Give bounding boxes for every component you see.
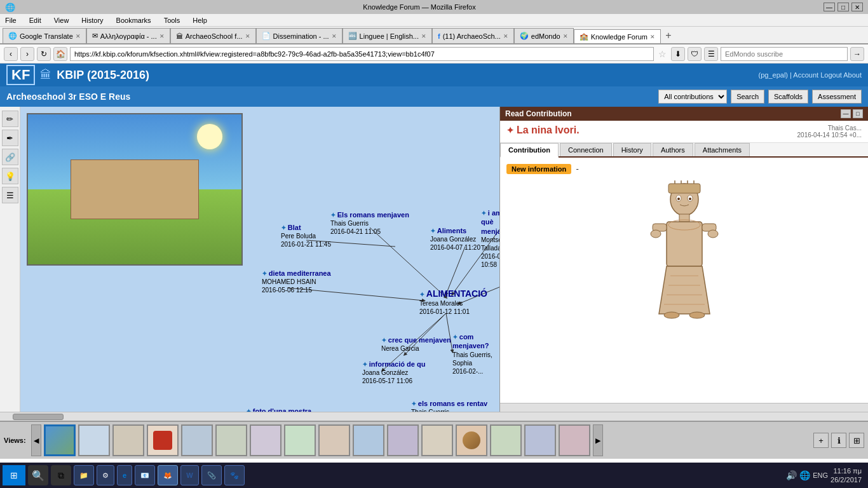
node-blat[interactable]: Blat Pere Boluda 2016-01-21 11:45: [281, 223, 331, 248]
search-button[interactable]: Search: [731, 90, 764, 104]
menu-history[interactable]: History: [79, 15, 105, 25]
menu-tools[interactable]: Tools: [161, 15, 183, 25]
search-input[interactable]: [721, 47, 848, 61]
maximize-button[interactable]: □: [837, 3, 849, 11]
node-crec-que-menjaven[interactable]: crec que menjaven Nerea Garcia: [381, 336, 451, 353]
view-thumb-13[interactable]: [456, 424, 487, 456]
tab-edmondo[interactable]: 🌍 edMondo ✕: [514, 28, 574, 43]
panel-minimize-button[interactable]: —: [841, 109, 851, 118]
shield-button[interactable]: 🛡: [688, 47, 702, 61]
view-thumb-2[interactable]: [78, 424, 110, 456]
node-alimentacio-center[interactable]: ALIMENTACIÓ Teresa Morales 2016-01-12 11…: [419, 288, 487, 316]
taskbar-file-explorer[interactable]: 📁: [74, 465, 94, 485]
forward-button[interactable]: ›: [20, 47, 34, 61]
view-thumb-3[interactable]: [112, 424, 144, 456]
list-tool-button[interactable]: ☰: [2, 187, 18, 203]
panel-expand-button[interactable]: □: [853, 109, 863, 118]
view-thumb-1[interactable]: [44, 424, 76, 456]
download-button[interactable]: ⬇: [671, 47, 685, 61]
node-i-amb-que-menjaven[interactable]: i amb què menjaven? Montse Tallada 2016-…: [481, 208, 499, 269]
home-button[interactable]: 🏠: [53, 47, 67, 61]
contributions-filter[interactable]: All contributions: [658, 90, 727, 104]
tab-close-icon[interactable]: ✕: [76, 33, 81, 39]
views-scroll-right[interactable]: ▶: [593, 424, 603, 456]
taskbar-app2[interactable]: 🐾: [224, 465, 245, 485]
node-els-romans-menjaven[interactable]: Els romans menjaven Thais Guerris 2016-0…: [330, 210, 409, 236]
language-indicator[interactable]: ENG: [813, 471, 828, 479]
scrollbar-thumb[interactable]: [13, 414, 64, 420]
start-button[interactable]: ⊞: [3, 465, 25, 485]
tab-history[interactable]: History: [613, 143, 651, 156]
task-view-icon[interactable]: ⧉: [51, 465, 71, 485]
view-thumb-5[interactable]: [181, 424, 213, 456]
edit-tool-button[interactable]: ✏: [2, 111, 18, 127]
tab-archaeoschool[interactable]: 🏛 ArchaeoSchool f... ✕: [170, 28, 256, 43]
reload-button[interactable]: ↻: [37, 47, 51, 61]
new-tab-button[interactable]: +: [661, 28, 676, 43]
system-clock[interactable]: 11:16 πμ 26/2/2017: [831, 466, 862, 485]
view-thumb-7[interactable]: [250, 424, 281, 456]
view-thumb-12[interactable]: [421, 424, 453, 456]
taskbar-firefox[interactable]: 🦊: [158, 465, 178, 485]
node-foto-duna-mostra[interactable]: foto d'una mostra Teresa Morales 2016-04…: [246, 407, 311, 412]
taskbar-edge[interactable]: e: [117, 465, 132, 485]
address-input[interactable]: [70, 47, 654, 61]
view-thumb-14[interactable]: [490, 424, 522, 456]
tab-close-icon[interactable]: ✕: [650, 34, 655, 40]
assessment-button[interactable]: Assessment: [812, 90, 862, 104]
menu-button[interactable]: ☰: [704, 47, 718, 61]
minimize-button[interactable]: —: [824, 3, 835, 11]
menu-bookmarks[interactable]: Bookmarks: [114, 15, 154, 25]
link-tool-button[interactable]: 🔗: [2, 149, 18, 165]
back-button[interactable]: ‹: [4, 47, 18, 61]
close-button[interactable]: ✕: [851, 3, 863, 11]
search-go-button[interactable]: →: [850, 47, 864, 61]
menu-view[interactable]: View: [51, 15, 72, 25]
search-taskbar-icon[interactable]: 🔍: [28, 465, 48, 485]
view-thumb-16[interactable]: [559, 424, 590, 456]
info-button[interactable]: ℹ: [831, 433, 846, 448]
tab-authors[interactable]: Authors: [653, 143, 693, 156]
tab-close-icon[interactable]: ✕: [245, 33, 250, 39]
view-thumb-6[interactable]: [215, 424, 247, 456]
tab-close-icon[interactable]: ✕: [159, 33, 165, 39]
node-com-menjaven[interactable]: com menjaven? Thais Guerris, Sophia 2016…: [452, 332, 499, 376]
taskbar-app1[interactable]: 📎: [201, 465, 222, 485]
network-icon[interactable]: 🌐: [799, 470, 810, 480]
node-els-romans-es-rentav[interactable]: els romans es rentav Thais Guerris 2016-…: [411, 399, 487, 412]
tab-allilogrefia[interactable]: ✉ Αλληλογραφία - ... ✕: [86, 28, 170, 43]
tab-archaeosch-fb[interactable]: f (11) ArchaeoSch... ✕: [432, 28, 514, 43]
panel-scrollbar[interactable]: [500, 403, 868, 412]
tab-linguee[interactable]: 🔤 Linguee | English... ✕: [342, 28, 432, 43]
view-thumb-10[interactable]: [353, 424, 384, 456]
volume-icon[interactable]: 🔊: [786, 470, 797, 480]
add-view-button[interactable]: +: [813, 433, 829, 448]
tab-close-icon[interactable]: ✕: [332, 33, 337, 39]
taskbar-word[interactable]: W: [180, 465, 198, 485]
taskbar-outlook[interactable]: 📧: [135, 465, 155, 485]
tab-close-icon[interactable]: ✕: [421, 33, 426, 39]
tab-close-icon[interactable]: ✕: [563, 33, 568, 39]
view-thumb-15[interactable]: [524, 424, 556, 456]
map-horizontal-scrollbar[interactable]: [0, 412, 868, 421]
tab-contribution[interactable]: Contribution: [500, 143, 559, 158]
tab-dissemination[interactable]: 📄 Dissemination - ... ✕: [256, 28, 342, 43]
node-aliments[interactable]: Aliments Joana González 2016-04-07 11:20: [430, 226, 480, 252]
taskbar-settings[interactable]: ⚙: [97, 465, 114, 485]
grid-view-button[interactable]: ⊞: [849, 433, 864, 448]
scaffolds-button[interactable]: Scaffolds: [768, 90, 808, 104]
idea-tool-button[interactable]: 💡: [2, 168, 18, 184]
tab-connection[interactable]: Connection: [560, 143, 612, 156]
tab-attachments[interactable]: Attachments: [695, 143, 750, 156]
views-scroll-left[interactable]: ◀: [31, 424, 41, 456]
view-thumb-11[interactable]: [387, 424, 419, 456]
view-thumb-8[interactable]: [284, 424, 316, 456]
knowledge-map[interactable]: Els romans menjaven Thais Guerris 2016-0…: [20, 107, 499, 412]
node-informacio[interactable]: informació de qu Joana González 2016-05-…: [362, 360, 425, 385]
pen-tool-button[interactable]: ✒: [2, 130, 18, 146]
tab-google-translate[interactable]: 🌐 Google Translate ✕: [3, 28, 86, 43]
view-thumb-4[interactable]: [147, 424, 179, 456]
menu-help[interactable]: Help: [190, 15, 210, 25]
menu-edit[interactable]: Edit: [27, 15, 44, 25]
view-thumb-9[interactable]: [318, 424, 350, 456]
